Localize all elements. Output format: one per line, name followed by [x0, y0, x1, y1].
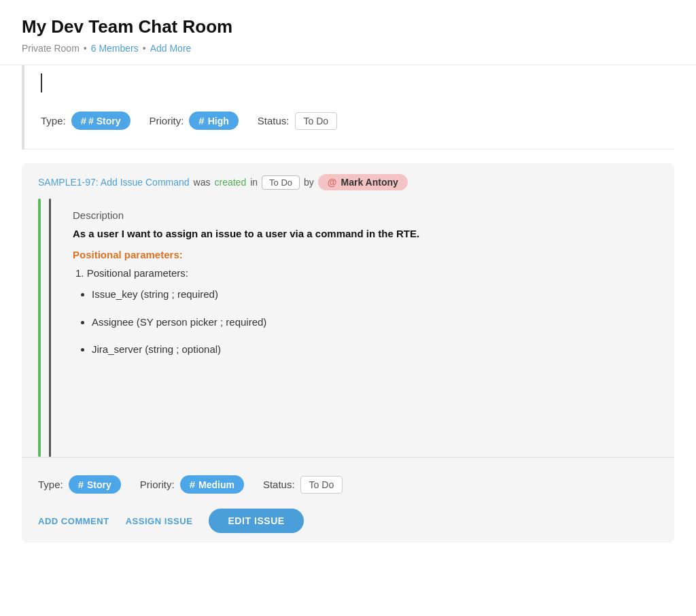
footer-priority-badge[interactable]: # Medium [180, 475, 244, 494]
first-card-meta-row: Type: # # Story Priority: # High Status:… [41, 103, 663, 135]
description-area: Description As a user I want to assign a… [62, 199, 658, 457]
list-item: Jira_server (string ; optional) [92, 342, 642, 358]
footer-priority-field: Priority: # Medium [140, 475, 244, 494]
type-field: Type: # # Story [41, 112, 130, 130]
main-content: Type: # # Story Priority: # High Status:… [0, 65, 696, 543]
members-link[interactable]: 6 Members [91, 43, 139, 54]
priority-field: Priority: # High [150, 112, 239, 130]
author-badge: @ Mark Antony [318, 174, 408, 190]
footer-status-label: Status: [263, 479, 295, 490]
desc-numbered-item: 1. Positional parameters: [73, 267, 642, 279]
list-item: Issue_key (string ; required) [92, 287, 642, 303]
priority-badge[interactable]: # High [189, 112, 238, 130]
in-label: in [250, 177, 258, 188]
page-title: My Dev Team Chat Room [22, 16, 674, 37]
green-border [38, 199, 41, 457]
footer-meta-row: Type: # Story Priority: # Medium Status:… [38, 467, 658, 499]
desc-list: Issue_key (string ; required) Assignee (… [73, 287, 642, 358]
desc-section-title: Description [73, 209, 642, 221]
status-field: Status: To Do [258, 112, 337, 130]
card-body: Description As a user I want to assign a… [22, 199, 674, 457]
issue-link[interactable]: SAMPLE1-97: Add Issue Command [38, 177, 190, 188]
room-type-label: Private Room [22, 43, 80, 54]
card-footer: Type: # Story Priority: # Medium Status:… [22, 457, 674, 543]
text-cursor [41, 73, 42, 92]
separator1: • [84, 43, 87, 54]
add-comment-button[interactable]: ADD COMMENT [38, 516, 109, 526]
card-status-inline[interactable]: To Do [262, 175, 300, 190]
desc-bold-line: As a user I want to assign an issue to a… [73, 226, 642, 241]
by-label: by [304, 177, 314, 188]
footer-status-value[interactable]: To Do [300, 476, 343, 494]
header-meta: Private Room • 6 Members • Add More [22, 43, 674, 54]
footer-status-field: Status: To Do [263, 476, 343, 494]
action-row: ADD COMMENT ASSIGN ISSUE EDIT ISSUE [38, 509, 658, 533]
status-text-label: Status: [258, 115, 290, 126]
edit-issue-button[interactable]: EDIT ISSUE [209, 509, 303, 533]
footer-priority-label: Priority: [140, 479, 175, 490]
first-card: Type: # # Story Priority: # High Status:… [22, 65, 674, 150]
status-value[interactable]: To Do [295, 112, 338, 130]
author-name: Mark Antony [341, 177, 398, 188]
created-label: created [214, 177, 246, 188]
dark-border [49, 199, 51, 457]
footer-type-badge[interactable]: # Story [69, 475, 121, 494]
footer-type-field: Type: # Story [38, 475, 121, 494]
second-card: SAMPLE1-97: Add Issue Command was create… [22, 163, 674, 543]
add-more-link[interactable]: Add More [150, 43, 192, 54]
priority-text-label: Priority: [150, 115, 184, 126]
was-label: was [194, 177, 211, 188]
type-badge[interactable]: # # Story [71, 112, 130, 130]
type-text-label: Type: [41, 115, 66, 126]
card-header-row: SAMPLE1-97: Add Issue Command was create… [22, 163, 674, 199]
assign-issue-button[interactable]: ASSIGN ISSUE [126, 516, 193, 526]
at-icon: @ [328, 177, 337, 188]
page-header: My Dev Team Chat Room Private Room • 6 M… [0, 0, 696, 65]
desc-orange-heading: Positional parameters: [73, 249, 642, 260]
footer-type-label: Type: [38, 479, 63, 490]
list-item: Assignee (SY person picker ; required) [92, 315, 642, 330]
separator2: • [143, 43, 146, 54]
